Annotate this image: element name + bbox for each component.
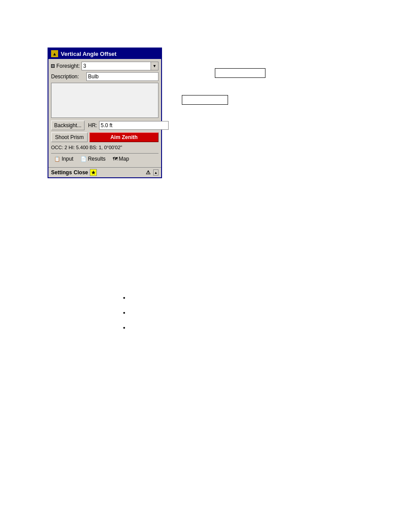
- foresight-row: Foresight: ▼: [51, 62, 158, 70]
- notes-textarea[interactable]: [52, 83, 158, 117]
- scroll-up-button[interactable]: ▲: [153, 169, 158, 176]
- dialog-title: Vertical Angle Offset: [61, 51, 117, 57]
- backsight-button[interactable]: Backsight...: [51, 121, 85, 130]
- hr-label: HR:: [88, 122, 97, 128]
- status-bar: OCC: 2 HI: 5.400 BS: 1, 0°00'02": [51, 144, 158, 150]
- close-link[interactable]: Close: [74, 169, 88, 176]
- map-tab-label: Map: [119, 156, 129, 162]
- map-tab-icon: 🗺: [113, 156, 118, 161]
- description-label: Description:: [51, 73, 86, 80]
- description-row: Description:: [51, 72, 158, 81]
- float-box-2: [182, 95, 228, 105]
- text-area-container: [51, 83, 158, 118]
- tab-map[interactable]: 🗺 Map: [110, 154, 132, 163]
- shoot-prism-button[interactable]: Shoot Prism: [51, 132, 88, 142]
- alert-icon[interactable]: ⚠: [144, 169, 151, 176]
- foresight-dropdown-button[interactable]: ▼: [151, 62, 158, 70]
- input-tab-label: Input: [62, 156, 74, 162]
- foresight-label-wrap: Foresight:: [51, 63, 81, 69]
- foresight-indicator: [51, 64, 55, 68]
- settings-link[interactable]: Settings: [51, 169, 72, 176]
- dialog-titlebar: ▲ Vertical Angle Offset: [48, 48, 161, 59]
- star-icon[interactable]: ★: [90, 169, 97, 176]
- tabs-row: 📋 Input 📄 Results 🗺 Map: [51, 154, 158, 163]
- results-tab-icon: 📄: [81, 156, 87, 162]
- hr-input[interactable]: [99, 121, 169, 130]
- divider: [51, 153, 158, 154]
- foresight-input[interactable]: [81, 62, 151, 70]
- action-row: Shoot Prism Aim Zenith: [51, 132, 158, 142]
- hr-row: Backsight... HR:: [51, 121, 158, 130]
- foresight-input-wrap: ▼: [81, 62, 158, 70]
- dialog-body: Foresight: ▼ Description: Backsight... H…: [48, 59, 161, 167]
- results-tab-label: Results: [88, 156, 106, 162]
- tab-input[interactable]: 📋 Input: [51, 154, 77, 163]
- tab-results[interactable]: 📄 Results: [77, 154, 109, 163]
- vertical-angle-offset-dialog: ▲ Vertical Angle Offset Foresight: ▼ Des…: [48, 48, 162, 178]
- foresight-label: Foresight:: [56, 63, 80, 69]
- aim-zenith-button[interactable]: Aim Zenith: [89, 132, 158, 142]
- float-box-1: [215, 68, 265, 78]
- bottom-bar: Settings Close ★ ⚠ ▲: [48, 167, 161, 177]
- description-input[interactable]: [86, 72, 158, 81]
- title-icon: ▲: [51, 50, 58, 57]
- input-tab-icon: 📋: [54, 156, 60, 162]
